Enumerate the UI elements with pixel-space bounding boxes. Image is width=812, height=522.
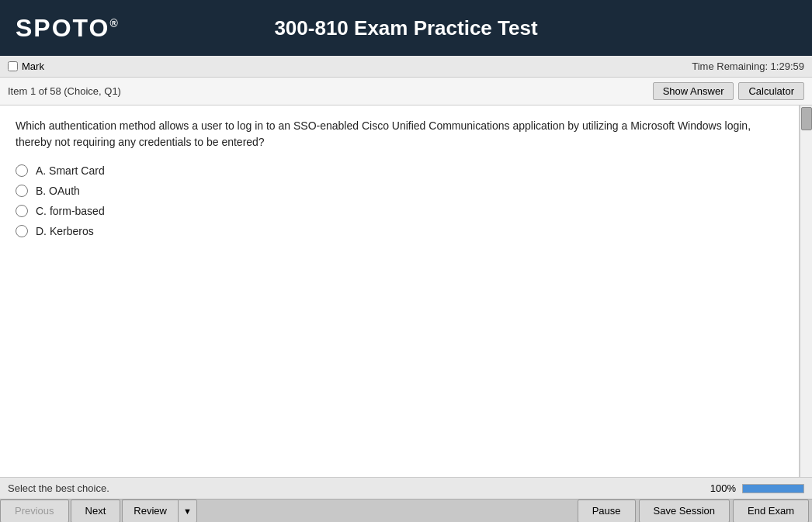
previous-button[interactable]: Previous <box>0 500 69 523</box>
header: SPOTO® 300-810 Exam Practice Test <box>0 0 812 56</box>
radio-c[interactable] <box>16 205 28 217</box>
progress-bar-fill <box>743 485 803 493</box>
logo-sup: ® <box>109 17 119 29</box>
mark-checkbox-label[interactable]: Mark <box>8 60 44 72</box>
item-buttons: Show Answer Calculator <box>653 82 804 100</box>
nav-right: Pause Save Session End Exam <box>578 500 812 523</box>
option-item-d[interactable]: D. Kerberos <box>16 225 783 237</box>
scrollbar-thumb[interactable] <box>801 107 812 130</box>
review-dropdown-arrow[interactable]: ▼ <box>178 500 197 523</box>
show-answer-button[interactable]: Show Answer <box>653 82 734 100</box>
item-bar: Item 1 of 58 (Choice, Q1) Show Answer Ca… <box>0 78 812 105</box>
next-button[interactable]: Next <box>71 500 121 523</box>
scrollbar-track[interactable] <box>800 105 812 477</box>
bottom-nav: Previous Next Review ▼ Pause Save Sessio… <box>0 499 812 522</box>
radio-a[interactable] <box>16 164 28 177</box>
radio-d[interactable] <box>16 225 28 237</box>
main-content: Which authentication method allows a use… <box>0 105 800 477</box>
option-item-c[interactable]: C. form-based <box>16 205 783 217</box>
exam-title: 300-810 Exam Practice Test <box>274 16 537 40</box>
option-label-a: A. Smart Card <box>36 164 105 177</box>
status-bar: Select the best choice. 100% <box>0 477 812 499</box>
end-exam-button[interactable]: End Exam <box>733 500 809 523</box>
mark-bar: Mark Time Remaining: 1:29:59 <box>0 56 812 78</box>
pause-button[interactable]: Pause <box>578 500 636 523</box>
logo: SPOTO® <box>16 14 120 43</box>
option-label-b: B. OAuth <box>36 185 80 197</box>
save-session-button[interactable]: Save Session <box>639 500 730 523</box>
calculator-button[interactable]: Calculator <box>738 82 804 100</box>
option-label-d: D. Kerberos <box>36 225 94 237</box>
status-hint: Select the best choice. <box>8 482 109 494</box>
progress-pct: 100% <box>710 482 736 494</box>
logo-text: SPOTO <box>16 14 109 42</box>
content-wrapper: Which authentication method allows a use… <box>0 105 812 477</box>
question-text: Which authentication method allows a use… <box>16 118 783 150</box>
progress-bar-track <box>742 484 804 493</box>
nav-left: Previous Next Review ▼ <box>0 500 197 523</box>
review-button[interactable]: Review <box>122 500 178 523</box>
option-item-b[interactable]: B. OAuth <box>16 185 783 197</box>
review-btn-wrapper: Review ▼ <box>122 500 197 523</box>
mark-label: Mark <box>22 60 44 72</box>
item-info: Item 1 of 58 (Choice, Q1) <box>8 85 121 97</box>
mark-checkbox[interactable] <box>8 61 18 71</box>
radio-b[interactable] <box>16 185 28 197</box>
option-label-c: C. form-based <box>36 205 105 217</box>
progress-area: 100% <box>710 482 804 494</box>
options-list: A. Smart CardB. OAuthC. form-basedD. Ker… <box>16 164 783 237</box>
option-item-a[interactable]: A. Smart Card <box>16 164 783 177</box>
timer: Time Remaining: 1:29:59 <box>692 60 804 72</box>
